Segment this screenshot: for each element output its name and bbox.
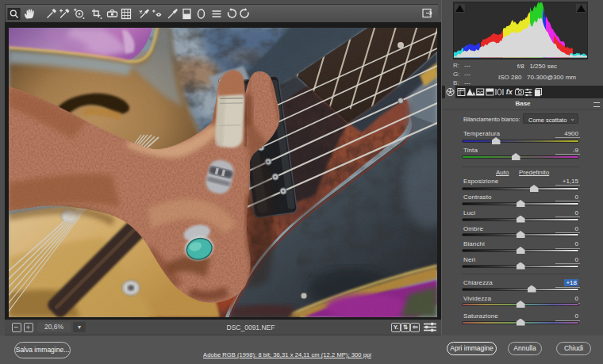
svg-text:fx: fx	[506, 88, 513, 96]
